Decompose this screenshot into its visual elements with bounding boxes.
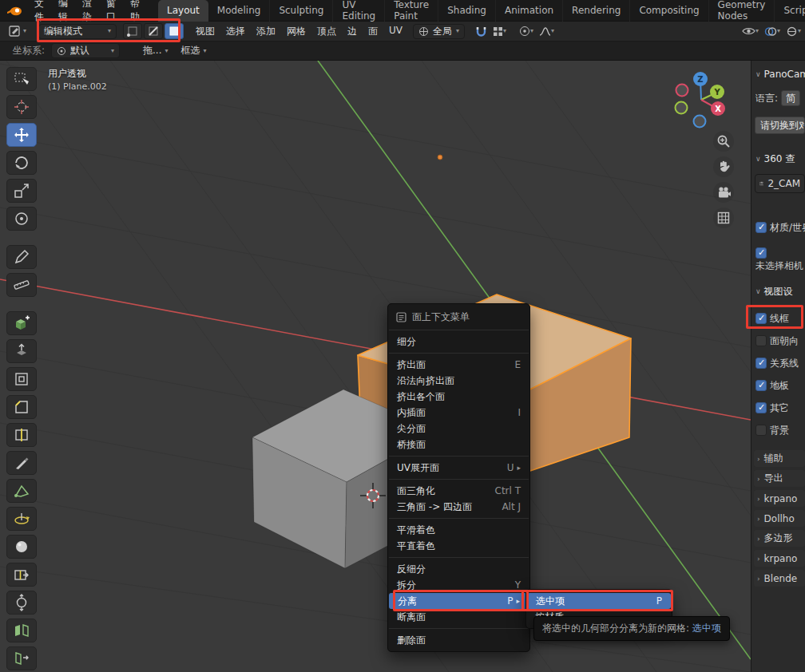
menu-vertex[interactable]: 顶点 bbox=[311, 25, 342, 38]
menu-edit[interactable]: 编辑 bbox=[51, 0, 75, 24]
language-button[interactable]: 简 bbox=[781, 90, 800, 106]
tab-texture-paint[interactable]: Texture Paint bbox=[385, 0, 438, 22]
camera-view-button[interactable] bbox=[713, 182, 734, 203]
tool-loop-cut[interactable] bbox=[6, 423, 37, 447]
menu-item-separate[interactable]: 分离P▸ bbox=[389, 593, 529, 609]
gizmo-neg-x[interactable] bbox=[676, 85, 688, 97]
menu-item-extrude-individual[interactable]: 挤出各个面 bbox=[388, 389, 529, 405]
tool-poly-build[interactable] bbox=[6, 479, 37, 503]
tool-inset-faces[interactable] bbox=[6, 367, 37, 391]
checkbox-material-world[interactable]: 材质/世界 bbox=[755, 219, 805, 236]
menu-window[interactable]: 窗口 bbox=[99, 0, 123, 24]
tool-measure[interactable] bbox=[6, 273, 37, 297]
camera-selector-field[interactable]: 2_CAM bbox=[755, 174, 805, 193]
panel-collapsed-export[interactable]: ›导出 bbox=[754, 470, 805, 487]
toggle-ortho-button[interactable] bbox=[713, 208, 734, 228]
tool-rip-region[interactable] bbox=[6, 619, 37, 642]
checkbox-face-orientation[interactable]: 面朝向 bbox=[755, 332, 805, 350]
checkbox-other[interactable]: 其它 bbox=[755, 399, 805, 417]
menu-item-extrude-faces[interactable]: 挤出面E bbox=[388, 357, 529, 373]
tool-rip-edge[interactable] bbox=[6, 646, 37, 670]
submenu-item-selection[interactable]: 选中项P bbox=[527, 593, 671, 609]
snap-toggle-button[interactable] bbox=[473, 23, 490, 39]
tool-knife[interactable] bbox=[6, 451, 37, 475]
menu-item-extrude-along-normals[interactable]: 沿法向挤出面 bbox=[388, 373, 529, 389]
tool-smooth[interactable] bbox=[6, 535, 37, 559]
checkbox-relationship-lines[interactable]: 关系线 bbox=[755, 354, 805, 372]
tool-shrink-fatten[interactable] bbox=[6, 591, 37, 615]
tool-edge-slide[interactable] bbox=[6, 563, 37, 587]
menu-uv[interactable]: UV bbox=[383, 25, 408, 38]
menu-edge[interactable]: 边 bbox=[342, 25, 363, 38]
tool-add-cube[interactable] bbox=[6, 311, 37, 335]
menu-item-split[interactable]: 拆分Y bbox=[388, 577, 529, 593]
panel-collapsed-blender[interactable]: ›Blende bbox=[754, 570, 805, 587]
tool-transform[interactable] bbox=[6, 207, 37, 231]
checkbox-background[interactable]: 背景 bbox=[755, 421, 805, 439]
gizmo-neg-z[interactable] bbox=[694, 116, 706, 128]
tab-layout[interactable]: Layout bbox=[158, 0, 208, 22]
tool-spin[interactable] bbox=[6, 507, 37, 531]
visibility-dropdown[interactable]: ▾ bbox=[740, 23, 761, 39]
panel-collapsed-krpano-1[interactable]: ›krpano bbox=[754, 490, 805, 507]
menu-item-bridge-faces[interactable]: 桥接面 bbox=[388, 437, 529, 453]
panel-collapsed-dollhouse[interactable]: ›Dollho bbox=[754, 510, 805, 527]
checkbox-floor[interactable]: 地板 bbox=[755, 377, 805, 394]
overlays-dropdown[interactable]: ▾ bbox=[783, 23, 803, 39]
tab-rendering[interactable]: Rendering bbox=[563, 0, 630, 22]
tool-scale[interactable] bbox=[6, 179, 37, 203]
viewport-scene[interactable] bbox=[0, 61, 751, 672]
menu-item-triangulate[interactable]: 面三角化Ctrl T bbox=[388, 483, 529, 499]
drag-mode-dropdown[interactable]: 拖... ▾ bbox=[141, 43, 170, 59]
menu-item-tris-to-quads[interactable]: 三角面 -> 四边面Alt J bbox=[388, 499, 529, 515]
tool-annotate[interactable] bbox=[6, 245, 37, 269]
tool-extrude-region[interactable] bbox=[6, 339, 37, 363]
tool-select-box[interactable] bbox=[6, 67, 37, 91]
proportional-editing-toggle[interactable]: ▾ bbox=[517, 23, 536, 39]
gizmos-dropdown[interactable]: ▾ bbox=[762, 23, 783, 39]
vertex-select-mode-button[interactable] bbox=[123, 23, 142, 39]
tool-bevel[interactable] bbox=[6, 395, 37, 419]
face-select-mode-button[interactable] bbox=[165, 23, 184, 39]
menu-file[interactable]: 文件 bbox=[27, 0, 51, 24]
panel-collapsed-polygon[interactable]: ›多边形 bbox=[754, 530, 805, 547]
viewport-3d[interactable]: 用户透视 (1) Plane.002 bbox=[0, 61, 751, 672]
switch-object-button[interactable]: 请切换到对 bbox=[755, 117, 805, 134]
menu-select[interactable]: 选择 bbox=[220, 25, 251, 38]
tab-scripting[interactable]: Scripting bbox=[775, 0, 805, 22]
navigation-gizmo[interactable]: Z Y X bbox=[671, 69, 733, 131]
tab-geometry-nodes[interactable]: Geometry Nodes bbox=[709, 0, 775, 22]
edge-select-mode-button[interactable] bbox=[144, 23, 163, 39]
menu-item-subdivide[interactable]: 细分 bbox=[388, 334, 529, 350]
menu-item-delete-faces[interactable]: 删除面 bbox=[388, 632, 529, 648]
tab-uv-editing[interactable]: UV Editing bbox=[333, 0, 385, 22]
tab-modeling[interactable]: Modeling bbox=[208, 0, 271, 22]
panel-collapsed-krpano-2[interactable]: ›krpano bbox=[754, 550, 805, 567]
tab-animation[interactable]: Animation bbox=[496, 0, 563, 22]
proportional-falloff-dropdown[interactable]: ▾ bbox=[537, 23, 557, 39]
snap-settings-dropdown[interactable]: ▾ bbox=[490, 23, 509, 39]
tool-rotate[interactable] bbox=[6, 151, 37, 175]
menu-mesh[interactable]: 网格 bbox=[281, 25, 311, 38]
checkbox-wireframe[interactable]: 线框 bbox=[755, 310, 805, 327]
menu-item-unsubdivide[interactable]: 反细分 bbox=[388, 561, 529, 577]
panel-header-panocam[interactable]: ∨ PanoCam bbox=[755, 65, 805, 83]
menu-item-shade-flat[interactable]: 平直着色 bbox=[388, 538, 529, 554]
menu-view[interactable]: 视图 bbox=[190, 25, 220, 38]
tool-cursor[interactable] bbox=[6, 95, 37, 119]
editor-type-selector[interactable]: ▾ bbox=[6, 23, 29, 39]
pan-button[interactable] bbox=[713, 156, 734, 177]
panel-header-360[interactable]: ∨ 360 查 bbox=[755, 150, 805, 168]
menu-item-shade-smooth[interactable]: 平滑着色 bbox=[388, 522, 529, 538]
panel-header-viewport-settings[interactable]: ∨ 视图设 bbox=[755, 283, 805, 300]
select-mode-dropdown[interactable]: 框选 ▾ bbox=[179, 43, 209, 59]
zoom-button[interactable] bbox=[713, 131, 734, 152]
tab-compositing[interactable]: Compositing bbox=[630, 0, 708, 22]
panel-collapsed-assist[interactable]: ›辅助 bbox=[754, 450, 805, 467]
mode-dropdown[interactable]: 编辑模式 ▾ bbox=[38, 24, 117, 39]
tool-move[interactable] bbox=[6, 123, 37, 147]
menu-add[interactable]: 添加 bbox=[251, 25, 281, 38]
menu-render[interactable]: 渲染 bbox=[75, 0, 99, 24]
menu-face[interactable]: 面 bbox=[363, 25, 383, 38]
menu-item-inset-faces[interactable]: 内插面I bbox=[388, 405, 529, 421]
